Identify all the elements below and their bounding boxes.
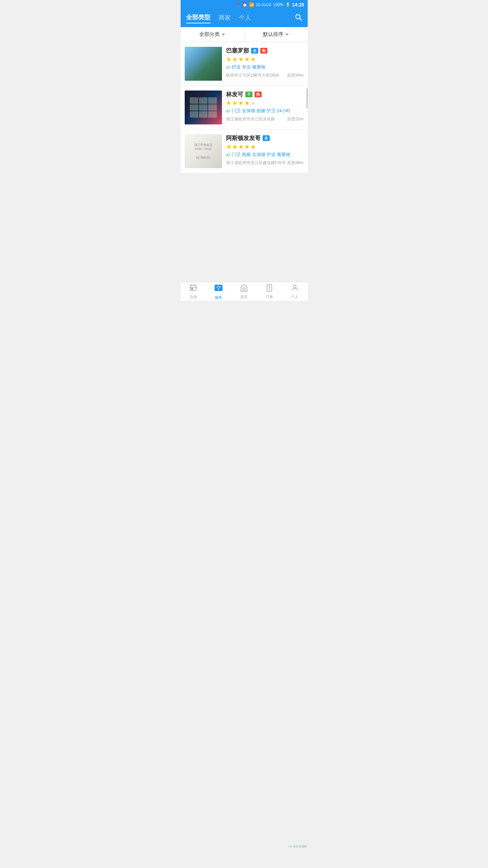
star-4: ★: [244, 56, 250, 62]
item-name-3: 阿斯顿发发哥: [226, 134, 261, 142]
item-tags-2: 🏷 门卫 女保镖 跑腿 护卫 24小时: [226, 108, 304, 114]
home-icon: [240, 284, 248, 293]
sort-filter-label: 默认排序: [263, 31, 283, 38]
star-1: ★: [226, 56, 231, 62]
item-title-row-1: 巴塞罗那 企 热: [226, 47, 304, 55]
item-image-1: [185, 47, 222, 81]
star-3: ★: [238, 56, 244, 62]
item-distance-2: 距您32m: [287, 116, 303, 122]
list-item[interactable]: 巴塞罗那 企 热 ★ ★ ★ ★ ★ 🏷 护送 专业 搬重物 杭州市江干区19B…: [181, 42, 308, 86]
star-5: ★: [250, 56, 256, 62]
item-tags-3: 🏷 门卫 跑腿 女保镖 护送 搬重物: [226, 152, 304, 158]
tag-icon-1: 🏷: [226, 65, 230, 70]
item-tag-3-4: 搬重物: [277, 152, 290, 158]
star-3: ★: [238, 144, 244, 150]
watermark: iTE 绿色资源网: [288, 845, 307, 848]
star-4: ★: [244, 100, 250, 106]
nav-item-activity[interactable]: 活动: [181, 282, 206, 301]
item-name-2: 林发可: [226, 91, 243, 98]
star-5-empty: ★: [250, 100, 256, 106]
item-address-row-1: 杭州市江干区19B号大街2604 距您44m: [226, 73, 304, 78]
star-4: ★: [244, 144, 250, 150]
filter-bar: 全部分类 默认排序: [181, 27, 308, 42]
tag-icon-3: 🏷: [226, 152, 230, 157]
nav-label-service: 服务: [215, 295, 222, 300]
item-address-2: 浙江省杭州市滨江区滨兴路: [226, 116, 275, 122]
star-2: ★: [232, 144, 238, 150]
activity-icon: [189, 284, 197, 293]
item-name-1: 巴塞罗那: [226, 47, 249, 55]
category-filter-label: 全部分类: [199, 31, 220, 38]
status-battery-percent: 100%: [273, 2, 284, 7]
list-item[interactable]: 林发可 个 热 ★ ★ ★ ★ ★ 🏷 门卫 女保镖 跑腿 护卫 24小时 浙江…: [181, 86, 308, 130]
item-tag-2-0: 门卫: [232, 108, 241, 114]
item-image-2: [185, 91, 222, 124]
item-tag-2-4: 24小时: [277, 108, 290, 114]
order-icon: [265, 284, 273, 293]
item-tag-3-0: 门卫: [232, 152, 241, 158]
item-tag-3-2: 女保镖: [252, 152, 265, 158]
star-2: ★: [232, 56, 238, 62]
item-stars-2: ★ ★ ★ ★ ★: [226, 100, 304, 106]
svg-rect-3: [191, 288, 193, 290]
item-badge-enterprise-1: 企: [251, 48, 258, 54]
item-stars-3: ★ ★ ★ ★ ★: [226, 144, 304, 150]
status-icon-wifi: 📶: [249, 2, 254, 7]
nav-item-service[interactable]: 服务: [206, 282, 231, 301]
nav-label-profile: 个人: [291, 294, 299, 299]
star-2: ★: [232, 100, 238, 106]
item-address-row-3: 浙江省杭州市滨江区建业路576号 距您46m: [226, 160, 304, 166]
status-icon-battery: 🔋: [285, 2, 290, 7]
star-1: ★: [226, 144, 231, 150]
star-1: ★: [226, 100, 231, 106]
item-badge-enterprise-3: 企: [263, 135, 270, 141]
item-address-3: 浙江省杭州市滨江区建业路576号: [226, 160, 286, 166]
nav-item-home[interactable]: 首页: [231, 282, 257, 301]
item-tag-3-1: 跑腿: [242, 152, 251, 158]
nav-item-order[interactable]: 订单: [257, 282, 282, 301]
bottom-navigation: 活动 服务 首页 订单: [181, 282, 308, 301]
scroll-indicator: [306, 88, 308, 108]
item-badge-hot-2: 热: [255, 92, 262, 97]
nav-label-home: 首页: [240, 294, 248, 299]
nav-tab-merchant[interactable]: 商家: [219, 14, 231, 23]
nav-tab-personal[interactable]: 个人: [239, 14, 251, 23]
sort-arrow-icon: [285, 34, 289, 36]
nav-item-profile[interactable]: 个人: [282, 282, 308, 301]
item-tags-1: 🏷 护送 专业 搬重物: [226, 64, 304, 70]
item-tag-2-2: 跑腿: [257, 108, 265, 114]
item-content-3: 阿斯顿发发哥 企 ★ ★ ★ ★ ★ 🏷 门卫 跑腿 女保镖 护送 搬重物 浙江…: [222, 134, 304, 168]
tag-icon-2: 🏷: [226, 108, 230, 114]
nav-label-order: 订单: [266, 294, 273, 299]
item-tag-3-3: 护送: [267, 152, 276, 158]
service-icon: [214, 283, 223, 294]
item-badge-hot-1: 热: [260, 48, 267, 54]
status-icon-3g: 3G 3G/2G: [256, 3, 271, 7]
item-badge-personal-2: 个: [245, 92, 252, 97]
search-button[interactable]: [295, 14, 302, 23]
item-stars-1: ★ ★ ★ ★ ★: [226, 56, 304, 62]
nav-label-activity: 活动: [189, 294, 197, 299]
item-content-1: 巴塞罗那 企 热 ★ ★ ★ ★ ★ 🏷 护送 专业 搬重物 杭州市江干区19B…: [222, 47, 304, 81]
profile-icon: [291, 284, 299, 293]
item-tag-2-3: 护卫: [267, 108, 276, 114]
item-content-2: 林发可 个 热 ★ ★ ★ ★ ★ 🏷 门卫 女保镖 跑腿 护卫 24小时 浙江…: [222, 91, 304, 124]
svg-point-9: [293, 285, 296, 288]
item-title-row-2: 林发可 个 热: [226, 91, 304, 98]
item-tag-2-1: 女保镖: [242, 108, 255, 114]
empty-content-area: [181, 173, 308, 282]
item-tag-1-2: 搬重物: [252, 64, 265, 70]
item-distance-3: 距您46m: [287, 160, 303, 166]
category-filter[interactable]: 全部分类: [181, 27, 244, 42]
status-bar: 📍 ⏰ 📶 3G 3G/2G 100% 🔋 14:25: [181, 0, 308, 9]
listing-list: 巴塞罗那 企 热 ★ ★ ★ ★ ★ 🏷 护送 专业 搬重物 杭州市江干区19B…: [181, 42, 308, 173]
nav-tab-all[interactable]: 全部类型: [186, 13, 210, 23]
list-item[interactable]: 镇江市地名志2000—2014(证书样式) 阿斯顿发发哥 企 ★ ★ ★ ★ ★…: [181, 130, 308, 173]
header: 全部类型 商家 个人: [181, 9, 308, 27]
sort-filter[interactable]: 默认排序: [244, 27, 308, 42]
svg-point-4: [218, 288, 219, 290]
item-address-1: 杭州市江干区19B号大街2604: [226, 73, 279, 78]
item-image-3: 镇江市地名志2000—2014(证书样式): [185, 134, 222, 168]
svg-rect-2: [190, 285, 196, 291]
category-arrow-icon: [222, 34, 225, 36]
